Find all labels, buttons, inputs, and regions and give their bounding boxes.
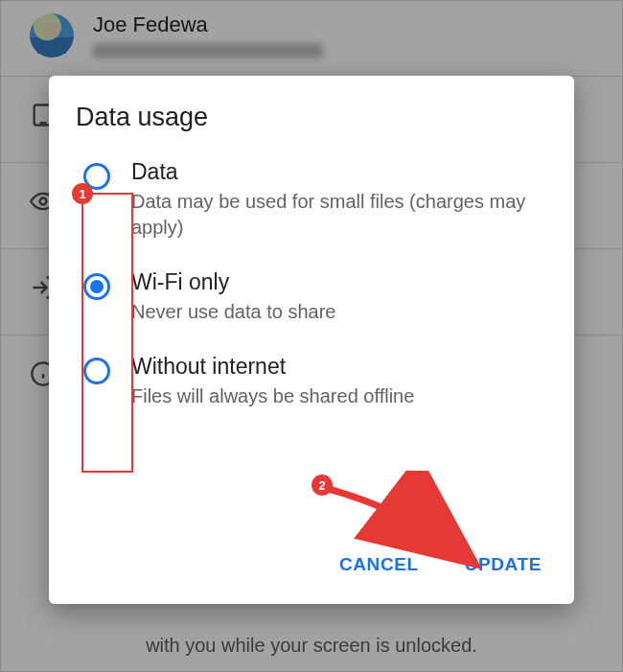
update-button[interactable]: UPDATE <box>459 545 547 585</box>
dialog-title: Data usage <box>76 103 547 132</box>
option-description: Data may be used for small files (charge… <box>131 189 547 241</box>
dialog-actions: CANCEL UPDATE <box>76 531 547 585</box>
option-description: Never use data to share <box>131 299 335 325</box>
option-data[interactable]: Data Data may be used for small files (c… <box>83 159 547 241</box>
option-label: Wi-Fi only <box>131 269 335 295</box>
data-usage-dialog: Data usage Data Data may be used for sma… <box>49 76 574 604</box>
radio-data[interactable] <box>83 163 110 190</box>
option-label: Without internet <box>131 354 414 380</box>
option-without-internet[interactable]: Without internet Files will always be sh… <box>83 354 547 409</box>
option-wifi-only[interactable]: Wi-Fi only Never use data to share <box>83 269 547 325</box>
option-description: Files will always be shared offline <box>131 383 414 409</box>
radio-without-internet[interactable] <box>83 358 110 384</box>
option-label: Data <box>131 159 547 185</box>
cancel-button[interactable]: CANCEL <box>334 545 425 585</box>
radio-wifi-only[interactable] <box>83 273 110 300</box>
options-group: Data Data may be used for small files (c… <box>76 159 547 409</box>
